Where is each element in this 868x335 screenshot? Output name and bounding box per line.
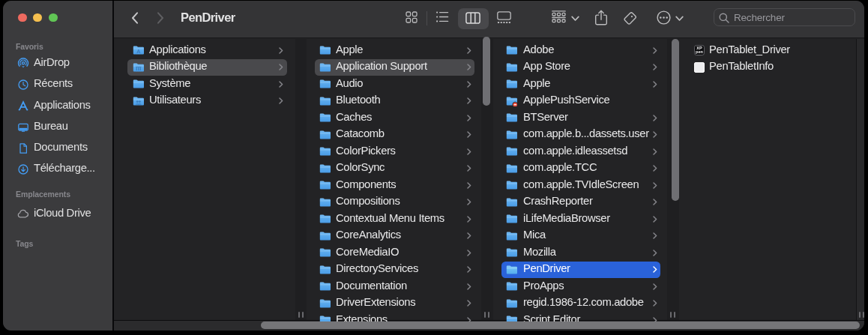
svg-text:A: A [136,49,140,54]
